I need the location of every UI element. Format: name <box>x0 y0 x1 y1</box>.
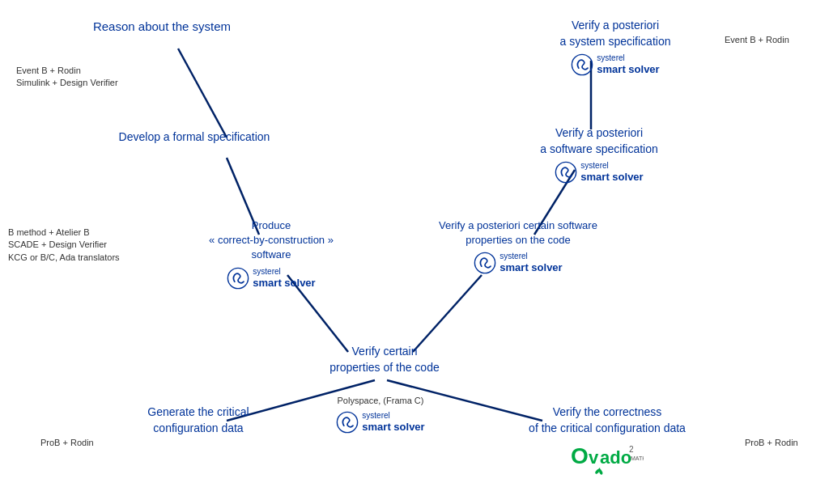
event-b-rodin-label: Event B + Rodin <box>725 34 822 46</box>
reason-node: Reason about the system <box>73 18 251 35</box>
svg-text:O: O <box>571 443 589 468</box>
svg-point-11 <box>475 253 495 273</box>
tools-left-node: B method + Atelier BSCADE + Design Verif… <box>8 227 146 264</box>
systerel-logo-polyspace: systerel smart solver <box>336 410 424 434</box>
formal-node: Develop a formal specification <box>81 129 308 146</box>
systerel-icon-3 <box>555 161 577 184</box>
systerel-icon-5 <box>336 411 359 434</box>
svg-line-0 <box>178 49 227 138</box>
svg-point-10 <box>556 163 576 183</box>
svg-point-12 <box>338 413 358 433</box>
systerel-logo-code: systerel smart solver <box>474 251 562 275</box>
verify-code-node: Verify a posteriori certain softwareprop… <box>397 218 640 279</box>
verify-software-node: Verify a posterioria software specificat… <box>486 125 712 188</box>
polyspace-label: Polyspace, (Frama C) systerel smart solv… <box>300 395 461 438</box>
generate-node: Generate the criticalconfiguration data <box>105 404 291 436</box>
ovado-logo: O v ado 2 MATH <box>478 439 737 480</box>
prob-rodin-left: ProB + Rodin <box>40 437 121 449</box>
verify-system-node: Verify a posterioria system specificatio… <box>510 18 721 80</box>
svg-text:2: 2 <box>629 445 634 454</box>
svg-text:ado: ado <box>600 447 631 468</box>
svg-text:v: v <box>589 447 599 468</box>
svg-point-9 <box>572 55 593 75</box>
systerel-icon-2 <box>571 53 593 76</box>
systerel-logo-system: systerel smart solver <box>571 53 659 77</box>
diagram: Reason about the system Event B + RodinS… <box>0 0 829 504</box>
svg-text:MATH: MATH <box>631 455 644 461</box>
verify-correctness-node: Verify the correctnessof the critical co… <box>478 404 737 480</box>
svg-line-3 <box>413 275 482 352</box>
systerel-icon <box>227 267 249 290</box>
reason-tools: Event B + RodinSimulink + Design Verifie… <box>16 65 146 90</box>
systerel-icon-4 <box>474 252 496 274</box>
produce-node: Produce« correct-by-construction »softwa… <box>190 218 352 294</box>
verify-properties-node: Verify certainproperties of the code <box>275 344 494 375</box>
prob-rodin-right: ProB + Rodin <box>745 437 826 449</box>
ovado-icon: O v ado 2 MATH <box>571 439 644 476</box>
svg-point-8 <box>228 268 249 288</box>
systerel-logo-produce: systerel smart solver <box>227 266 315 290</box>
systerel-logo-software: systerel smart solver <box>555 160 643 184</box>
